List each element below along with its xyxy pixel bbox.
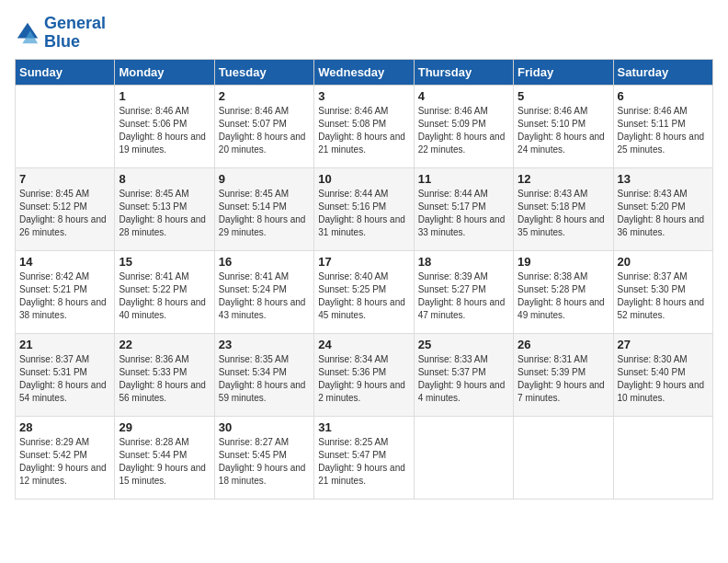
- page-header: General Blue: [15, 15, 713, 52]
- day-number: 20: [618, 255, 709, 269]
- day-info: Sunrise: 8:45 AMSunset: 5:13 PMDaylight:…: [119, 188, 210, 239]
- day-info: Sunrise: 8:46 AMSunset: 5:08 PMDaylight:…: [318, 105, 409, 156]
- calendar-cell: 6 Sunrise: 8:46 AMSunset: 5:11 PMDayligh…: [613, 85, 712, 167]
- calendar-cell: 20 Sunrise: 8:37 AMSunset: 5:30 PMDaylig…: [613, 250, 712, 333]
- day-header-sunday: Sunday: [16, 59, 115, 85]
- day-info: Sunrise: 8:43 AMSunset: 5:18 PMDaylight:…: [518, 188, 609, 239]
- day-header-tuesday: Tuesday: [214, 59, 313, 85]
- day-info: Sunrise: 8:45 AMSunset: 5:14 PMDaylight:…: [219, 188, 310, 239]
- day-info: Sunrise: 8:25 AMSunset: 5:47 PMDaylight:…: [318, 436, 409, 488]
- day-header-monday: Monday: [115, 59, 214, 85]
- calendar-cell: 9 Sunrise: 8:45 AMSunset: 5:14 PMDayligh…: [214, 167, 313, 250]
- logo-text: General Blue: [44, 15, 106, 52]
- calendar-cell: 24 Sunrise: 8:34 AMSunset: 5:36 PMDaylig…: [314, 333, 414, 416]
- day-number: 28: [19, 420, 110, 434]
- day-info: Sunrise: 8:44 AMSunset: 5:17 PMDaylight:…: [418, 188, 509, 239]
- day-number: 23: [219, 338, 310, 351]
- calendar-cell: 30 Sunrise: 8:27 AMSunset: 5:45 PMDaylig…: [214, 416, 313, 499]
- day-info: Sunrise: 8:28 AMSunset: 5:44 PMDaylight:…: [119, 436, 210, 488]
- calendar-cell: 4 Sunrise: 8:46 AMSunset: 5:09 PMDayligh…: [414, 85, 513, 167]
- calendar-cell: [16, 85, 115, 167]
- calendar-cell: 23 Sunrise: 8:35 AMSunset: 5:34 PMDaylig…: [214, 333, 313, 416]
- day-info: Sunrise: 8:29 AMSunset: 5:42 PMDaylight:…: [19, 436, 110, 488]
- day-number: 4: [418, 89, 509, 103]
- day-info: Sunrise: 8:42 AMSunset: 5:21 PMDaylight:…: [19, 270, 110, 322]
- calendar-cell: 25 Sunrise: 8:33 AMSunset: 5:37 PMDaylig…: [414, 333, 513, 416]
- day-header-saturday: Saturday: [613, 59, 712, 85]
- calendar-table: SundayMondayTuesdayWednesdayThursdayFrid…: [15, 59, 713, 500]
- day-number: 14: [19, 255, 110, 269]
- day-info: Sunrise: 8:37 AMSunset: 5:31 PMDaylight:…: [19, 353, 110, 405]
- day-number: 1: [119, 89, 210, 103]
- calendar-cell: 13 Sunrise: 8:43 AMSunset: 5:20 PMDaylig…: [613, 167, 712, 250]
- day-number: 12: [518, 172, 609, 186]
- calendar-cell: 31 Sunrise: 8:25 AMSunset: 5:47 PMDaylig…: [314, 416, 414, 499]
- day-number: 29: [119, 420, 210, 434]
- day-info: Sunrise: 8:46 AMSunset: 5:11 PMDaylight:…: [618, 105, 709, 156]
- day-number: 25: [418, 338, 509, 351]
- day-info: Sunrise: 8:30 AMSunset: 5:40 PMDaylight:…: [618, 353, 709, 405]
- calendar-cell: 22 Sunrise: 8:36 AMSunset: 5:33 PMDaylig…: [115, 333, 214, 416]
- day-number: 10: [318, 172, 409, 186]
- calendar-cell: [414, 416, 513, 499]
- calendar-cell: 14 Sunrise: 8:42 AMSunset: 5:21 PMDaylig…: [16, 250, 115, 333]
- day-number: 8: [119, 172, 210, 186]
- day-info: Sunrise: 8:33 AMSunset: 5:37 PMDaylight:…: [418, 353, 509, 405]
- day-info: Sunrise: 8:37 AMSunset: 5:30 PMDaylight:…: [618, 270, 709, 322]
- day-info: Sunrise: 8:46 AMSunset: 5:09 PMDaylight:…: [418, 105, 509, 156]
- calendar-cell: 16 Sunrise: 8:41 AMSunset: 5:24 PMDaylig…: [214, 250, 313, 333]
- day-info: Sunrise: 8:35 AMSunset: 5:34 PMDaylight:…: [219, 353, 310, 405]
- calendar-cell: 8 Sunrise: 8:45 AMSunset: 5:13 PMDayligh…: [115, 167, 214, 250]
- day-info: Sunrise: 8:36 AMSunset: 5:33 PMDaylight:…: [119, 353, 210, 405]
- day-info: Sunrise: 8:38 AMSunset: 5:28 PMDaylight:…: [518, 270, 609, 322]
- day-number: 15: [119, 255, 210, 269]
- day-info: Sunrise: 8:46 AMSunset: 5:06 PMDaylight:…: [119, 105, 210, 156]
- calendar-cell: 7 Sunrise: 8:45 AMSunset: 5:12 PMDayligh…: [16, 167, 115, 250]
- calendar-cell: [514, 416, 613, 499]
- day-number: 16: [219, 255, 310, 269]
- day-number: 6: [618, 89, 709, 103]
- calendar-cell: 2 Sunrise: 8:46 AMSunset: 5:07 PMDayligh…: [214, 85, 313, 167]
- day-info: Sunrise: 8:45 AMSunset: 5:12 PMDaylight:…: [19, 188, 110, 239]
- logo: General Blue: [15, 15, 106, 52]
- day-number: 7: [19, 172, 110, 186]
- calendar-cell: 10 Sunrise: 8:44 AMSunset: 5:16 PMDaylig…: [314, 167, 414, 250]
- day-number: 2: [219, 89, 310, 103]
- day-info: Sunrise: 8:41 AMSunset: 5:24 PMDaylight:…: [219, 270, 310, 322]
- calendar-cell: 28 Sunrise: 8:29 AMSunset: 5:42 PMDaylig…: [16, 416, 115, 499]
- day-number: 3: [318, 89, 409, 103]
- day-info: Sunrise: 8:39 AMSunset: 5:27 PMDaylight:…: [418, 270, 509, 322]
- day-number: 19: [518, 255, 609, 269]
- day-number: 17: [318, 255, 409, 269]
- calendar-cell: 5 Sunrise: 8:46 AMSunset: 5:10 PMDayligh…: [514, 85, 613, 167]
- calendar-cell: 18 Sunrise: 8:39 AMSunset: 5:27 PMDaylig…: [414, 250, 513, 333]
- day-header-wednesday: Wednesday: [314, 59, 414, 85]
- day-info: Sunrise: 8:34 AMSunset: 5:36 PMDaylight:…: [318, 353, 409, 405]
- calendar-cell: 12 Sunrise: 8:43 AMSunset: 5:18 PMDaylig…: [514, 167, 613, 250]
- calendar-cell: 11 Sunrise: 8:44 AMSunset: 5:17 PMDaylig…: [414, 167, 513, 250]
- day-info: Sunrise: 8:40 AMSunset: 5:25 PMDaylight:…: [318, 270, 409, 322]
- day-number: 21: [19, 338, 110, 351]
- day-info: Sunrise: 8:46 AMSunset: 5:10 PMDaylight:…: [518, 105, 609, 156]
- day-number: 11: [418, 172, 509, 186]
- day-info: Sunrise: 8:43 AMSunset: 5:20 PMDaylight:…: [618, 188, 709, 239]
- day-number: 22: [119, 338, 210, 351]
- calendar-cell: 19 Sunrise: 8:38 AMSunset: 5:28 PMDaylig…: [514, 250, 613, 333]
- calendar-cell: 27 Sunrise: 8:30 AMSunset: 5:40 PMDaylig…: [613, 333, 712, 416]
- day-number: 13: [618, 172, 709, 186]
- day-number: 18: [418, 255, 509, 269]
- day-info: Sunrise: 8:27 AMSunset: 5:45 PMDaylight:…: [219, 436, 310, 488]
- calendar-cell: 21 Sunrise: 8:37 AMSunset: 5:31 PMDaylig…: [16, 333, 115, 416]
- day-number: 26: [518, 338, 609, 351]
- calendar-cell: 29 Sunrise: 8:28 AMSunset: 5:44 PMDaylig…: [115, 416, 214, 499]
- logo-icon: [15, 20, 40, 46]
- day-number: 31: [318, 420, 409, 434]
- day-info: Sunrise: 8:41 AMSunset: 5:22 PMDaylight:…: [119, 270, 210, 322]
- calendar-cell: 17 Sunrise: 8:40 AMSunset: 5:25 PMDaylig…: [314, 250, 414, 333]
- calendar-cell: 1 Sunrise: 8:46 AMSunset: 5:06 PMDayligh…: [115, 85, 214, 167]
- day-header-thursday: Thursday: [414, 59, 513, 85]
- calendar-cell: 3 Sunrise: 8:46 AMSunset: 5:08 PMDayligh…: [314, 85, 414, 167]
- day-info: Sunrise: 8:31 AMSunset: 5:39 PMDaylight:…: [518, 353, 609, 405]
- day-number: 30: [219, 420, 310, 434]
- calendar-cell: 26 Sunrise: 8:31 AMSunset: 5:39 PMDaylig…: [514, 333, 613, 416]
